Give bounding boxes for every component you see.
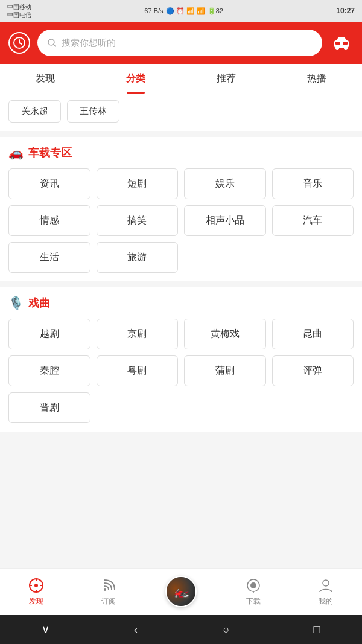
car-zone-section: 🚗 车载专区 资讯 短剧 娱乐 音乐 情感 搞笑 相声小品 汽车 生活 旅游 bbox=[0, 137, 362, 281]
tag-情感[interactable]: 情感 bbox=[8, 205, 91, 236]
avatar-image: 🏍️ bbox=[167, 577, 195, 606]
nav-recent-button[interactable]: □ bbox=[305, 617, 329, 642]
nav-back-button[interactable]: ‹ bbox=[124, 617, 148, 642]
tag-资讯[interactable]: 资讯 bbox=[8, 168, 91, 199]
person-icon bbox=[317, 577, 334, 594]
nav-mine[interactable]: 我的 bbox=[290, 577, 362, 607]
name-tag-0[interactable]: 关永超 bbox=[8, 100, 61, 123]
nav-discover[interactable]: 发现 bbox=[0, 577, 72, 607]
car-zone-grid: 资讯 短剧 娱乐 音乐 情感 搞笑 相声小品 汽车 生活 旅游 bbox=[8, 168, 354, 273]
car-zone-icon: 🚗 bbox=[8, 145, 24, 160]
svg-line-4 bbox=[54, 45, 56, 46]
search-placeholder: 搜索你想听的 bbox=[62, 37, 116, 49]
tag-蒲剧[interactable]: 蒲剧 bbox=[184, 355, 266, 386]
rss-icon bbox=[100, 577, 117, 594]
tag-评弹[interactable]: 评弹 bbox=[272, 355, 354, 386]
tag-旅游[interactable]: 旅游 bbox=[97, 242, 179, 273]
svg-rect-9 bbox=[343, 42, 348, 45]
compass-icon bbox=[28, 577, 45, 594]
tag-短剧[interactable]: 短剧 bbox=[97, 168, 179, 199]
tag-秦腔[interactable]: 秦腔 bbox=[8, 355, 91, 386]
name-tag-1[interactable]: 王传林 bbox=[67, 100, 119, 123]
tag-黄梅戏[interactable]: 黄梅戏 bbox=[184, 319, 266, 349]
tag-晋剧[interactable]: 晋剧 bbox=[8, 392, 91, 423]
svg-point-18 bbox=[250, 582, 256, 588]
opera-zone-grid: 越剧 京剧 黄梅戏 昆曲 秦腔 粤剧 蒲剧 评弹 晋剧 bbox=[8, 319, 354, 423]
svg-point-11 bbox=[34, 584, 38, 587]
tag-搞笑[interactable]: 搞笑 bbox=[97, 205, 179, 236]
tab-hot[interactable]: 热播 bbox=[272, 64, 362, 94]
tag-粤剧[interactable]: 粤剧 bbox=[97, 355, 179, 386]
tab-category[interactable]: 分类 bbox=[91, 64, 181, 94]
nav-down-button[interactable]: ∨ bbox=[33, 617, 57, 642]
opera-zone-section: 🎙️ 戏曲 越剧 京剧 黄梅戏 昆曲 秦腔 粤剧 蒲剧 评弹 晋剧 bbox=[0, 287, 362, 432]
tab-discover[interactable]: 发现 bbox=[0, 64, 91, 94]
tag-音乐[interactable]: 音乐 bbox=[272, 168, 354, 199]
system-nav-bar: ∨ ‹ ○ □ bbox=[0, 615, 362, 644]
tag-越剧[interactable]: 越剧 bbox=[8, 319, 91, 349]
tag-汽车[interactable]: 汽车 bbox=[272, 205, 354, 236]
opera-zone-icon: 🎙️ bbox=[8, 296, 24, 310]
tag-娱乐[interactable]: 娱乐 bbox=[184, 168, 266, 199]
clock-icon[interactable] bbox=[8, 32, 30, 54]
opera-zone-title: 🎙️ 戏曲 bbox=[8, 296, 354, 310]
car-zone-title: 🚗 车载专区 bbox=[8, 145, 354, 160]
svg-point-7 bbox=[344, 46, 348, 50]
status-bar: 中国移动 中国电信 67 B/s 🔵 ⏰ 📶 📶 🔋82 10:27 bbox=[0, 0, 362, 22]
nav-download[interactable]: 下载 bbox=[217, 577, 290, 607]
svg-point-6 bbox=[335, 46, 339, 50]
nav-subscribe[interactable]: 订阅 bbox=[72, 577, 145, 607]
svg-point-16 bbox=[104, 588, 106, 591]
tag-相声小品[interactable]: 相声小品 bbox=[184, 205, 266, 236]
carrier-info: 中国移动 中国电信 bbox=[7, 3, 31, 19]
names-row: 关永超 王传林 bbox=[0, 94, 362, 131]
search-icon bbox=[47, 38, 57, 48]
status-icons: 67 B/s 🔵 ⏰ 📶 📶 🔋82 bbox=[144, 7, 223, 15]
nav-tabs: 发现 分类 推荐 热播 bbox=[0, 64, 362, 94]
nav-home-button[interactable]: ○ bbox=[214, 617, 238, 642]
car-icon[interactable] bbox=[329, 31, 354, 55]
svg-rect-8 bbox=[335, 42, 340, 45]
svg-line-2 bbox=[19, 43, 22, 44]
tag-昆曲[interactable]: 昆曲 bbox=[272, 319, 354, 349]
avatar: 🏍️ bbox=[165, 576, 197, 607]
header: 搜索你想听的 bbox=[0, 22, 362, 64]
tab-recommend[interactable]: 推荐 bbox=[181, 64, 272, 94]
status-time: 10:27 bbox=[336, 7, 355, 15]
tag-生活[interactable]: 生活 bbox=[8, 242, 91, 273]
bottom-nav: 发现 订阅 🏍️ 下载 bbox=[0, 568, 362, 615]
content-area: 关永超 王传林 🚗 车载专区 资讯 短剧 娱乐 音乐 情感 搞笑 相声小品 汽车… bbox=[0, 94, 362, 568]
mic-icon bbox=[245, 577, 262, 594]
tag-京剧[interactable]: 京剧 bbox=[97, 319, 179, 349]
nav-center-avatar[interactable]: 🏍️ bbox=[145, 576, 217, 608]
svg-point-20 bbox=[323, 580, 329, 586]
search-bar[interactable]: 搜索你想听的 bbox=[37, 30, 322, 56]
